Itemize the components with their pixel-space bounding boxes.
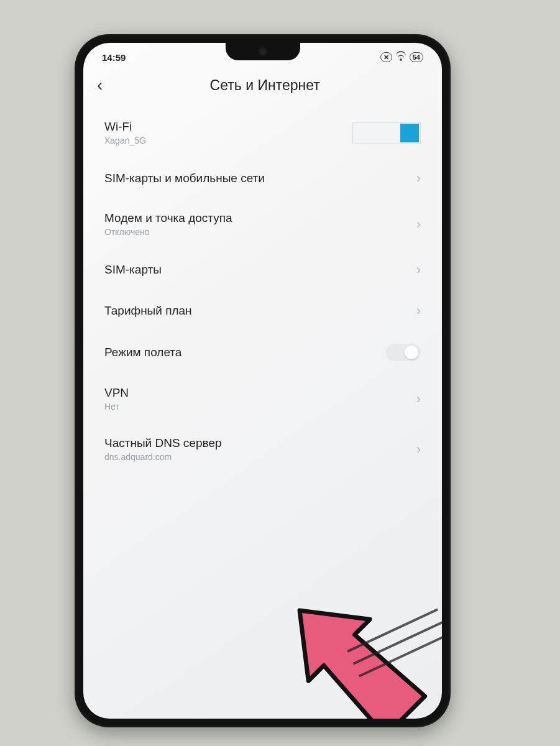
row-label: Частный DNS сервер: [104, 436, 222, 450]
row-label: SIM-карты и мобильные сети: [104, 172, 265, 185]
row-label: Wi-Fi: [104, 120, 146, 134]
row-wifi[interactable]: Wi-Fi Xagan_5G: [92, 108, 433, 158]
settings-list: Wi-Fi Xagan_5G SIM-карты и мобильные сет…: [83, 108, 442, 474]
row-private-dns[interactable]: Частный DNS сервер dns.adquard.com ›: [92, 424, 433, 474]
row-label: Модем и точка доступа: [104, 211, 232, 225]
row-airplane-mode[interactable]: Режим полета: [92, 331, 433, 374]
chevron-right-icon: ›: [416, 391, 421, 407]
back-button[interactable]: ‹: [97, 76, 103, 94]
row-data-plan[interactable]: Тарифный план ›: [92, 290, 433, 331]
phone-frame: 14:59 ✕ 54 ‹ Сеть и Интернет Wi-Fi Xagan…: [75, 34, 451, 727]
chevron-right-icon: ›: [416, 303, 421, 319]
row-vpn[interactable]: VPN Нет ›: [92, 374, 433, 424]
row-sublabel: Нет: [104, 402, 129, 412]
chevron-right-icon: ›: [416, 216, 421, 233]
row-tethering[interactable]: Модем и точка доступа Отключено ›: [92, 199, 433, 249]
row-label: Режим полета: [104, 346, 181, 359]
row-label: VPN: [104, 386, 129, 400]
annotation-motion-lines: [342, 598, 442, 688]
sim-status-icon: ✕: [380, 52, 392, 62]
row-sublabel: dns.adquard.com: [104, 452, 222, 462]
row-sim-networks[interactable]: SIM-карты и мобильные сети ›: [92, 158, 433, 199]
wifi-toggle[interactable]: [352, 122, 421, 144]
page-header: ‹ Сеть и Интернет: [83, 68, 442, 108]
page-title: Сеть и Интернет: [117, 77, 412, 94]
wifi-icon: [396, 53, 406, 61]
row-sublabel: Отключено: [104, 227, 232, 237]
screen: 14:59 ✕ 54 ‹ Сеть и Интернет Wi-Fi Xagan…: [83, 43, 442, 719]
row-label: Тарифный план: [104, 304, 192, 318]
row-sublabel: Xagan_5G: [104, 136, 146, 145]
airplane-toggle[interactable]: [386, 344, 421, 361]
status-time: 14:59: [102, 52, 126, 63]
battery-indicator: 54: [410, 52, 423, 62]
chevron-right-icon: ›: [416, 170, 421, 186]
notch: [226, 43, 300, 60]
row-label: SIM-карты: [104, 263, 162, 277]
status-right: ✕ 54: [380, 52, 423, 62]
chevron-right-icon: ›: [416, 262, 421, 278]
row-sim-cards[interactable]: SIM-карты ›: [92, 249, 433, 290]
chevron-right-icon: ›: [416, 441, 421, 458]
